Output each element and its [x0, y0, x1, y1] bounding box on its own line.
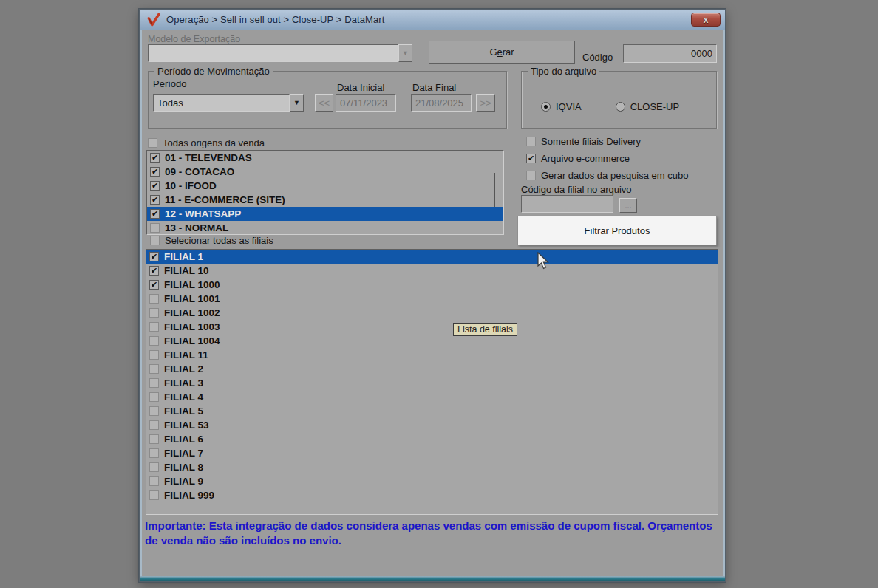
item-label: CLOSE-UP — [630, 101, 679, 112]
checkbox-icon[interactable] — [149, 378, 159, 388]
checkbox-icon[interactable] — [149, 392, 159, 402]
checkbox-icon[interactable] — [149, 406, 159, 416]
codigo-filial-input[interactable] — [521, 195, 613, 213]
tipo-arquivo-option[interactable]: IQVIA — [541, 101, 582, 112]
chevron-down-icon[interactable]: ▼ — [398, 44, 412, 62]
checkbox-icon[interactable] — [148, 138, 157, 148]
radio-icon[interactable] — [541, 102, 551, 112]
footer-warning-text: Importante: Esta integração de dados con… — [145, 519, 720, 548]
periodo-value: Todas — [153, 94, 290, 112]
origem-item[interactable]: ✔09 - COTACAO — [147, 165, 503, 179]
codigo-label: Código — [582, 52, 613, 63]
filial-item[interactable]: FILIAL 1001 — [146, 292, 718, 306]
filial-item[interactable]: ✔FILIAL 10 — [146, 264, 718, 278]
checkbox-icon[interactable] — [150, 223, 160, 233]
item-label: 09 - COTACAO — [165, 166, 234, 177]
filiais-listbox[interactable]: ✔FILIAL 1✔FILIAL 10✔FILIAL 1000FILIAL 10… — [146, 249, 718, 515]
checkbox-icon[interactable] — [526, 137, 536, 146]
checkbox-icon[interactable]: ✔ — [150, 209, 160, 219]
filial-item[interactable]: FILIAL 7 — [146, 446, 718, 460]
checkbox-icon[interactable] — [149, 350, 159, 360]
gerar-button-label: Gerar — [489, 47, 514, 58]
checkbox-icon[interactable]: ✔ — [150, 181, 160, 191]
arquivo-ecommerce-checkbox-row[interactable]: ✔ Arquivo e-commerce — [526, 153, 630, 164]
item-label: 10 - IFOOD — [165, 180, 217, 191]
checkbox-icon[interactable]: ✔ — [149, 252, 159, 261]
origem-item[interactable]: ✔12 - WHATSAPP — [147, 207, 503, 221]
export-model-combobox[interactable]: ▼ — [148, 44, 412, 62]
export-model-value — [148, 44, 398, 62]
next-period-button[interactable]: >> — [476, 94, 495, 112]
item-label: IQVIA — [556, 101, 582, 112]
somente-delivery-label: Somente filiais Delivery — [541, 136, 641, 147]
filial-item[interactable]: FILIAL 2 — [146, 362, 718, 376]
origem-item[interactable]: ✔10 - IFOOD — [147, 179, 503, 193]
somente-delivery-checkbox-row[interactable]: Somente filiais Delivery — [526, 136, 641, 147]
browse-button[interactable]: ... — [619, 198, 637, 213]
periodo-combobox[interactable]: Todas ▼ — [153, 94, 304, 112]
checkbox-icon[interactable] — [149, 462, 159, 472]
checkbox-icon[interactable]: ✔ — [150, 195, 160, 205]
codigo-input[interactable] — [623, 44, 717, 63]
filial-item[interactable]: FILIAL 9 — [146, 474, 718, 488]
checkbox-icon[interactable]: ✔ — [149, 280, 159, 290]
item-label: FILIAL 7 — [164, 448, 203, 459]
checkbox-icon[interactable]: ✔ — [149, 266, 159, 276]
selecionar-todas-filiais-checkbox-row[interactable]: Selecionar todas as filiais — [150, 235, 273, 246]
window-title: Operação > Sell in sell out > Close-UP >… — [166, 14, 385, 25]
titlebar[interactable]: Operação > Sell in sell out > Close-UP >… — [140, 10, 725, 30]
radio-icon[interactable] — [616, 102, 625, 112]
filial-item[interactable]: FILIAL 3 — [146, 376, 718, 390]
checkbox-icon[interactable] — [149, 420, 159, 430]
filial-item[interactable]: FILIAL 1003 — [146, 320, 718, 334]
checkbox-icon[interactable]: ✔ — [150, 167, 160, 177]
data-final-label: Data Final — [412, 82, 456, 93]
close-button[interactable]: x — [691, 13, 721, 27]
todas-origens-checkbox-row[interactable]: Todas origens da venda — [148, 137, 265, 148]
filial-item[interactable]: FILIAL 5 — [146, 404, 718, 418]
origens-scrollbar[interactable] — [494, 173, 495, 207]
filial-item[interactable]: ✔FILIAL 1000 — [146, 278, 718, 292]
checkbox-icon[interactable]: ✔ — [526, 154, 536, 163]
checkbox-icon[interactable] — [149, 476, 159, 486]
checkbox-icon[interactable] — [149, 364, 159, 374]
filial-item[interactable]: FILIAL 53 — [146, 418, 718, 432]
item-label: 01 - TELEVENDAS — [165, 152, 252, 163]
checkbox-icon[interactable] — [149, 308, 159, 318]
pesquisa-cubo-checkbox-row[interactable]: Gerar dados da pesquisa em cubo — [526, 170, 688, 181]
data-inicial-input[interactable] — [336, 94, 396, 112]
arquivo-ecommerce-label: Arquivo e-commerce — [541, 153, 630, 164]
checkbox-icon[interactable] — [150, 236, 160, 245]
checkbox-icon[interactable]: ✔ — [150, 153, 160, 163]
gerar-button[interactable]: Gerar — [429, 41, 575, 64]
checkbox-icon[interactable] — [149, 322, 159, 332]
filial-item[interactable]: FILIAL 4 — [146, 390, 718, 404]
checkbox-icon[interactable] — [149, 294, 159, 304]
checkbox-icon[interactable] — [149, 434, 159, 444]
checkbox-icon[interactable] — [526, 171, 536, 180]
item-label: FILIAL 999 — [164, 490, 214, 501]
filial-item[interactable]: ✔FILIAL 1 — [146, 250, 718, 264]
data-final-input[interactable] — [411, 94, 472, 112]
origem-item[interactable]: ✔01 - TELEVENDAS — [147, 151, 503, 165]
filial-item[interactable]: FILIAL 1004 — [146, 334, 718, 348]
origens-listbox[interactable]: ✔01 - TELEVENDAS✔09 - COTACAO✔10 - IFOOD… — [146, 150, 504, 235]
item-label: FILIAL 2 — [164, 363, 203, 375]
item-label: FILIAL 3 — [164, 377, 203, 389]
filial-item[interactable]: FILIAL 6 — [146, 432, 718, 446]
tipo-arquivo-option[interactable]: CLOSE-UP — [616, 101, 679, 112]
checkbox-icon[interactable] — [149, 336, 159, 346]
origem-item[interactable]: 13 - NORMAL — [147, 221, 503, 235]
origem-item[interactable]: ✔11 - E-COMMERCE (SITE) — [147, 193, 503, 207]
filtrar-produtos-button[interactable]: Filtrar Produtos — [517, 216, 717, 245]
checkbox-icon[interactable] — [149, 490, 159, 500]
checkbox-icon[interactable] — [149, 448, 159, 458]
filial-item[interactable]: FILIAL 8 — [146, 460, 718, 474]
export-model-label: Modelo de Exportação — [148, 34, 240, 44]
filial-item[interactable]: FILIAL 11 — [146, 348, 718, 362]
filial-item[interactable]: FILIAL 1002 — [146, 306, 718, 320]
filial-item[interactable]: FILIAL 999 — [146, 488, 718, 502]
chevron-down-icon[interactable]: ▼ — [290, 94, 304, 112]
prev-period-button[interactable]: << — [315, 94, 333, 112]
item-label: FILIAL 5 — [164, 406, 203, 417]
